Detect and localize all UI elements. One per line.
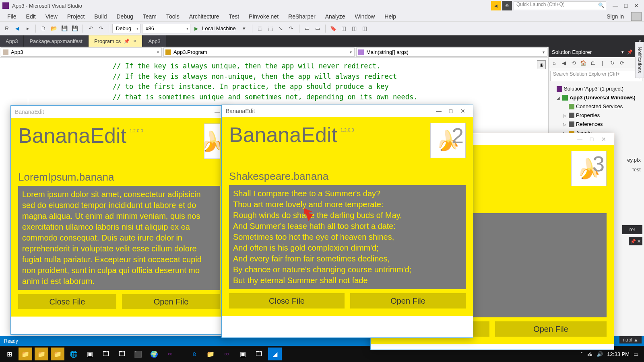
bookmark-icon[interactable]: 🔖: [329, 24, 338, 33]
tb-vs-icon[interactable]: ∞: [163, 348, 177, 360]
menu-help[interactable]: Help: [380, 13, 401, 20]
open-file-button[interactable]: Open File: [350, 293, 466, 309]
tb-i3[interactable]: ⟳: [618, 60, 626, 66]
menu-team[interactable]: Team: [138, 13, 161, 20]
notify-flag-icon[interactable]: ◄: [491, 1, 501, 10]
tab-program-cs[interactable]: Program.cs📌✕: [89, 35, 142, 47]
tb-cmd-icon[interactable]: ▣: [236, 348, 250, 360]
menu-file[interactable]: File: [2, 13, 21, 20]
solexp-dropdown-icon[interactable]: ▾: [619, 49, 626, 55]
banana-window-1[interactable]: BananaEdit — BananaEdit1.2.0.0 🍌 LoremIp…: [10, 105, 228, 335]
nav-fwd-icon[interactable]: ▸: [23, 24, 32, 33]
open-file-button[interactable]: Open File: [122, 294, 220, 309]
start-button[interactable]: ⊞: [2, 348, 16, 360]
banana-window-2[interactable]: BananaEdit —□✕ BananaEdit1.2.0.0 🍌2 Shak…: [221, 105, 473, 338]
run-target[interactable]: Local Machine: [200, 25, 238, 31]
chevron-down-icon[interactable]: ▾: [240, 24, 249, 33]
tb-vs-running-icon[interactable]: ∞: [220, 348, 233, 360]
tb-icon-1[interactable]: ⬚: [256, 24, 264, 33]
tb-folder-1[interactable]: 📁: [19, 348, 32, 360]
tb-icon-5[interactable]: ◫: [339, 24, 348, 33]
file-body[interactable]: Shall I compare thee to a Summer's day? …: [229, 185, 466, 289]
feedback-icon[interactable]: ☺: [502, 1, 512, 10]
tray-action-icon[interactable]: ▭: [634, 351, 638, 357]
play-icon[interactable]: ▶: [194, 26, 198, 31]
tray-up-icon[interactable]: ˄: [580, 351, 583, 357]
tab-app3-1[interactable]: App3: [0, 35, 24, 47]
menu-edit[interactable]: Edit: [21, 13, 41, 20]
undo-icon[interactable]: ↶: [86, 24, 95, 33]
resharper-icon[interactable]: R: [2, 24, 11, 33]
menu-resharper[interactable]: ReSharper: [283, 13, 320, 20]
tb-terminal[interactable]: ▣: [83, 348, 97, 360]
menu-build[interactable]: Build: [89, 13, 111, 20]
tb-icon-4[interactable]: ▭: [313, 24, 322, 33]
tb-icon-3[interactable]: ▭: [303, 24, 312, 33]
quick-launch-input[interactable]: Quick Launch (Ctrl+Q) 🔍: [514, 1, 606, 10]
open-icon[interactable]: 📂: [50, 24, 58, 33]
close-tab-icon[interactable]: ✕: [133, 39, 136, 44]
open-file-button[interactable]: Open File: [495, 321, 607, 337]
sync-icon[interactable]: ⟲: [570, 60, 578, 66]
avatar-icon[interactable]: [631, 12, 642, 21]
menu-debug[interactable]: Debug: [112, 13, 138, 20]
notifications-tab[interactable]: Notifications: [635, 42, 644, 78]
tb-app-2[interactable]: 🗔: [99, 348, 113, 360]
nav-back-icon[interactable]: ◀: [13, 24, 22, 33]
tb-app-3[interactable]: 🗔: [115, 348, 129, 360]
control-tab-frag[interactable]: ntrol ▲: [619, 336, 642, 343]
nav-class-select[interactable]: App3.Program: [163, 47, 355, 57]
tb-icon-7[interactable]: ◫: [360, 24, 369, 33]
nav-project-select[interactable]: App3: [1, 47, 162, 57]
tb-edge-icon[interactable]: e: [188, 348, 201, 360]
platform-select[interactable]: x86: [142, 24, 190, 33]
sign-in-link[interactable]: Sign in: [602, 13, 629, 20]
tb-app-5[interactable]: 🌍: [147, 348, 161, 360]
pane-controls[interactable]: 📌 ✕: [629, 237, 642, 245]
new-project-icon[interactable]: 🗋: [39, 24, 48, 33]
menu-project[interactable]: Project: [62, 13, 90, 20]
tb-i2[interactable]: 🗀: [589, 60, 597, 66]
file-body[interactable]: Lorem ipsum dolor sit amet, consectetur …: [18, 186, 220, 290]
tb-app-7[interactable]: ◢: [268, 348, 282, 360]
tb-app-6[interactable]: 🗔: [252, 348, 266, 360]
close-button[interactable]: ✕: [457, 108, 469, 114]
minimize-button[interactable]: —: [574, 136, 586, 142]
solexp-search-input[interactable]: Search Solution Explorer (Ctrl+🔍: [550, 71, 642, 81]
explorer-tab-frag[interactable]: rer: [622, 225, 642, 234]
solution-tree[interactable]: Solution 'App3' (1 project) ◢App3 (Unive…: [549, 83, 644, 140]
home-icon[interactable]: ⌂: [550, 60, 558, 66]
maximize-button[interactable]: □: [445, 108, 457, 114]
tab-manifest[interactable]: Package.appxmanifest: [24, 35, 89, 47]
tb-app-1[interactable]: 🌐: [67, 348, 80, 360]
save-icon[interactable]: 💾: [60, 24, 69, 33]
tb-app-4[interactable]: ⬛: [131, 348, 145, 360]
step-into-icon[interactable]: ↘: [277, 24, 285, 33]
back-icon[interactable]: ◀: [560, 60, 568, 66]
maximize-button[interactable]: □: [586, 136, 598, 142]
save-all-icon[interactable]: 💾: [70, 24, 79, 33]
minimize-button[interactable]: —: [610, 2, 621, 9]
pin-icon[interactable]: 📌: [124, 39, 130, 44]
minimize-button[interactable]: —: [433, 108, 445, 114]
tray-vol-icon[interactable]: 🔊: [597, 351, 603, 357]
menu-architecture[interactable]: Architecture: [184, 13, 224, 20]
tb-i1[interactable]: 🏠: [579, 60, 587, 66]
tab-app3-2[interactable]: App3: [142, 35, 166, 47]
menu-tools[interactable]: Tools: [161, 13, 184, 20]
menu-analyze[interactable]: Analyze: [320, 13, 350, 20]
redo-icon[interactable]: ↷: [97, 24, 105, 33]
tb-explorer-icon[interactable]: 📁: [204, 348, 217, 360]
solexp-pin-icon[interactable]: 📌: [626, 49, 634, 55]
nav-member-select[interactable]: Main(string[] args): [356, 47, 547, 57]
close-file-button[interactable]: Close File: [229, 293, 345, 309]
menu-test[interactable]: Test: [224, 13, 244, 20]
menu-view[interactable]: View: [41, 13, 62, 20]
step-over-icon[interactable]: ↷: [287, 24, 296, 33]
tb-folder-3[interactable]: 📁: [51, 348, 64, 360]
close-button[interactable]: ✕: [631, 2, 642, 9]
close-button[interactable]: ✕: [598, 136, 610, 142]
menu-pinvoke[interactable]: PInvoke.net: [244, 13, 283, 20]
collapse-icon[interactable]: ⊕: [537, 60, 546, 69]
tb-icon-2[interactable]: ⬚: [266, 24, 275, 33]
